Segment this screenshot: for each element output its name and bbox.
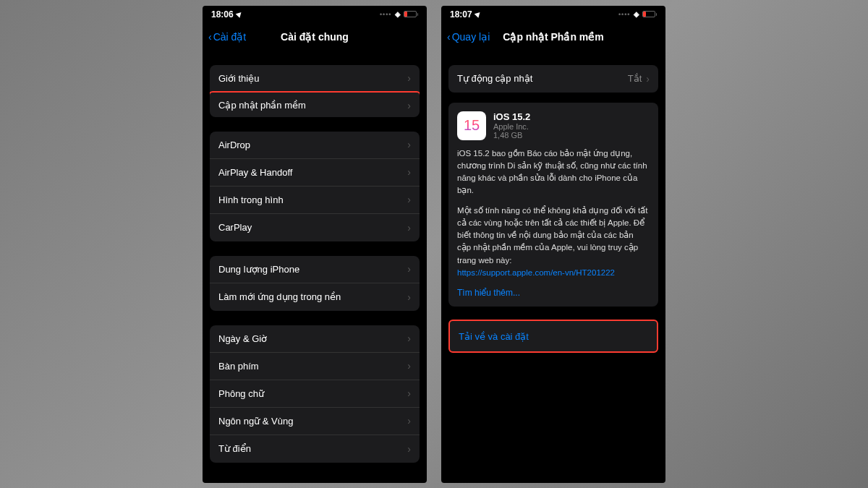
back-label: Cài đặt bbox=[213, 31, 247, 43]
chevron-right-icon: › bbox=[407, 263, 411, 275]
row-about[interactable]: Giới thiệu › bbox=[210, 65, 420, 93]
row-label: AirPlay & Handoff bbox=[218, 167, 292, 178]
status-time: 18:07 bbox=[450, 9, 472, 20]
ios-icon: 15 bbox=[457, 111, 486, 140]
status-time: 18:06 bbox=[211, 9, 234, 20]
status-bar: 18:06 •••• ◈ bbox=[203, 6, 427, 23]
update-publisher: Apple Inc. bbox=[493, 122, 530, 131]
row-label: Hình trong hình bbox=[218, 194, 284, 205]
wifi-icon: ◈ bbox=[634, 10, 639, 18]
download-install-button[interactable]: Tải về và cài đặt bbox=[448, 320, 658, 353]
row-carplay[interactable]: CarPlay › bbox=[210, 214, 420, 241]
row-label: Làm mới ứng dụng trong nền bbox=[218, 291, 341, 302]
chevron-right-icon: › bbox=[407, 222, 411, 234]
back-label: Quay lại bbox=[452, 31, 490, 43]
chevron-right-icon: › bbox=[407, 415, 411, 427]
update-size: 1,48 GB bbox=[493, 131, 530, 140]
row-label: Giới thiệu bbox=[218, 73, 259, 84]
back-button[interactable]: ‹ Cài đặt bbox=[208, 31, 246, 43]
row-label: Phông chữ bbox=[218, 388, 264, 399]
row-label: AirDrop bbox=[218, 140, 250, 150]
row-dictionary[interactable]: Từ điển › bbox=[210, 435, 420, 463]
chevron-right-icon: › bbox=[407, 166, 411, 178]
page-title: Cài đặt chung bbox=[281, 31, 349, 43]
row-storage[interactable]: Dung lượng iPhone › bbox=[210, 256, 420, 283]
page-title: Cập nhật Phần mềm bbox=[503, 31, 603, 43]
chevron-right-icon: › bbox=[407, 443, 411, 455]
nav-header: ‹ Quay lại Cập nhật Phần mềm bbox=[441, 23, 665, 51]
location-icon bbox=[235, 10, 243, 18]
row-date-time[interactable]: Ngày & Giờ › bbox=[210, 325, 420, 353]
section-connectivity: AirDrop › AirPlay & Handoff › Hình trong… bbox=[210, 132, 420, 241]
chevron-right-icon: › bbox=[407, 333, 411, 344]
section-storage: Dung lượng iPhone › Làm mới ứng dụng tro… bbox=[210, 256, 420, 311]
row-label: Tự động cập nhật bbox=[457, 73, 532, 84]
row-label: Từ điển bbox=[218, 443, 251, 454]
chevron-right-icon: › bbox=[407, 100, 411, 111]
chevron-right-icon: › bbox=[407, 388, 411, 399]
nav-header: ‹ Cài đặt Cài đặt chung bbox=[203, 23, 427, 51]
row-label: Ngôn ngữ & Vùng bbox=[218, 416, 293, 427]
chevron-left-icon: ‹ bbox=[208, 31, 212, 43]
wifi-icon: ◈ bbox=[395, 10, 401, 18]
update-description-1: iOS 15.2 bao gồm Báo cáo bảo mật ứng dụn… bbox=[457, 147, 650, 197]
row-software-update[interactable]: Cập nhật phần mềm › bbox=[210, 91, 420, 117]
battery-icon bbox=[642, 11, 658, 17]
chevron-right-icon: › bbox=[407, 291, 411, 303]
update-card: 15 iOS 15.2 Apple Inc. 1,48 GB iOS 15.2 … bbox=[448, 103, 658, 307]
security-link[interactable]: https://support.apple.com/en-vn/HT201222 bbox=[457, 268, 615, 277]
row-label: Bàn phím bbox=[218, 361, 259, 372]
status-bar: 18:07 •••• ◈ bbox=[441, 6, 665, 23]
row-label: Dung lượng iPhone bbox=[218, 264, 299, 275]
download-label: Tải về và cài đặt bbox=[459, 331, 529, 342]
row-language-region[interactable]: Ngôn ngữ & Vùng › bbox=[210, 408, 420, 435]
section-auto-update: Tự động cập nhật Tắt › bbox=[448, 65, 658, 93]
row-airdrop[interactable]: AirDrop › bbox=[210, 132, 420, 159]
update-title: iOS 15.2 bbox=[493, 111, 530, 122]
section-region: Ngày & Giờ › Bàn phím › Phông chữ › Ngôn… bbox=[210, 325, 420, 463]
chevron-right-icon: › bbox=[407, 194, 411, 205]
back-button[interactable]: ‹ Quay lại bbox=[447, 31, 490, 43]
battery-icon bbox=[404, 11, 419, 17]
chevron-right-icon: › bbox=[407, 72, 411, 84]
content-scroll[interactable]: Tự động cập nhật Tắt › 15 iOS 15.2 Apple… bbox=[441, 51, 665, 483]
location-icon bbox=[474, 10, 482, 18]
row-value: Tắt bbox=[628, 73, 642, 84]
row-label: Ngày & Giờ bbox=[218, 333, 267, 344]
learn-more-link[interactable]: Tìm hiểu thêm... bbox=[457, 288, 650, 298]
row-airplay[interactable]: AirPlay & Handoff › bbox=[210, 159, 420, 187]
chevron-right-icon: › bbox=[646, 73, 650, 85]
phone-left: 18:06 •••• ◈ ‹ Cài đặt Cài đặt chung Giớ… bbox=[203, 6, 427, 483]
row-pip[interactable]: Hình trong hình › bbox=[210, 187, 420, 214]
signal-icon: •••• bbox=[618, 11, 631, 18]
phone-right: 18:07 •••• ◈ ‹ Quay lại Cập nhật Phần mề… bbox=[441, 6, 665, 483]
chevron-left-icon: ‹ bbox=[447, 31, 451, 43]
row-keyboard[interactable]: Bàn phím › bbox=[210, 353, 420, 380]
chevron-right-icon: › bbox=[407, 360, 411, 372]
row-label: CarPlay bbox=[218, 222, 252, 233]
content-scroll[interactable]: Giới thiệu › Cập nhật phần mềm › AirDrop… bbox=[203, 51, 427, 483]
row-auto-update[interactable]: Tự động cập nhật Tắt › bbox=[448, 65, 658, 93]
row-label: Cập nhật phần mềm bbox=[218, 100, 306, 111]
row-fonts[interactable]: Phông chữ › bbox=[210, 380, 420, 408]
row-background-refresh[interactable]: Làm mới ứng dụng trong nền › bbox=[210, 283, 420, 311]
signal-icon: •••• bbox=[380, 11, 392, 18]
section-about: Giới thiệu › Cập nhật phần mềm › bbox=[210, 65, 420, 117]
update-description-2: Một số tính năng có thể không khả dụng đ… bbox=[457, 205, 650, 280]
chevron-right-icon: › bbox=[407, 139, 411, 150]
